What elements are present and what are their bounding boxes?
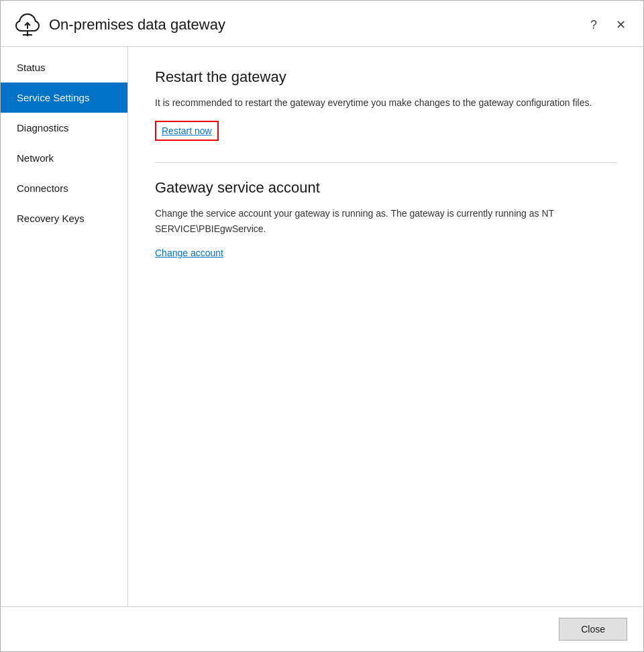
sidebar-label-network: Network [17, 152, 54, 164]
sidebar: Status Service Settings Diagnostics Netw… [1, 47, 128, 606]
sidebar-label-recovery-keys: Recovery Keys [17, 213, 85, 224]
account-description: Change the service account your gateway … [155, 206, 616, 236]
restart-section: Restart the gateway It is recommended to… [155, 68, 616, 141]
app-title: On-premises data gateway [49, 16, 586, 34]
sidebar-item-diagnostics[interactable]: Diagnostics [1, 113, 127, 143]
restart-now-link[interactable]: Restart now [162, 125, 212, 136]
help-button[interactable]: ? [586, 17, 601, 32]
sidebar-label-connectors: Connectors [17, 182, 68, 194]
sidebar-item-network[interactable]: Network [1, 143, 127, 173]
sidebar-label-diagnostics: Diagnostics [17, 122, 69, 133]
restart-description: It is recommended to restart the gateway… [155, 95, 616, 110]
sidebar-item-recovery-keys[interactable]: Recovery Keys [1, 203, 127, 233]
restart-button-wrapper: Restart now [155, 121, 219, 141]
application-window: On-premises data gateway ? ✕ Status Serv… [0, 0, 644, 652]
sidebar-label-service-settings: Service Settings [17, 92, 89, 103]
title-bar: On-premises data gateway ? ✕ [1, 1, 643, 47]
account-section: Gateway service account Change the servi… [155, 179, 616, 259]
restart-title: Restart the gateway [155, 68, 616, 86]
sidebar-item-status[interactable]: Status [1, 52, 127, 83]
change-account-link[interactable]: Change account [155, 248, 223, 258]
section-divider [155, 162, 616, 163]
sidebar-item-service-settings[interactable]: Service Settings [1, 83, 127, 113]
content-area: Status Service Settings Diagnostics Netw… [1, 47, 643, 606]
main-content: Restart the gateway It is recommended to… [128, 47, 643, 606]
window-controls: ? ✕ [586, 17, 630, 32]
footer: Close [1, 606, 643, 651]
close-button[interactable]: Close [559, 618, 627, 641]
close-window-button[interactable]: ✕ [612, 17, 630, 32]
account-title: Gateway service account [155, 179, 616, 197]
sidebar-label-status: Status [17, 62, 46, 73]
gateway-icon [14, 11, 41, 38]
sidebar-item-connectors[interactable]: Connectors [1, 173, 127, 203]
